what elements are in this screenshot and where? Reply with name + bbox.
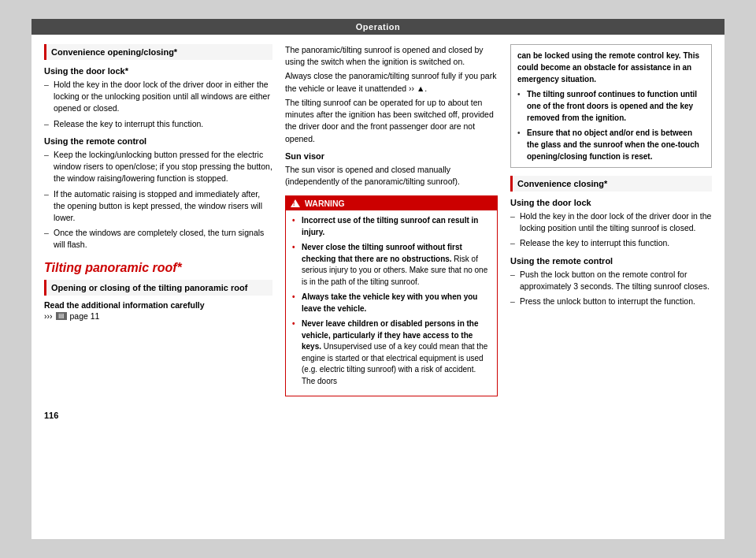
warning-text-4: Never leave children or disabled persons…: [302, 318, 491, 387]
warning-bold-3: Always take the vehicle key with you whe…: [302, 292, 477, 313]
page-number: 116: [32, 406, 724, 425]
right-remote-item-1: – Push the lock button on the remote con…: [510, 269, 712, 292]
right-door-lock-heading: Using the door lock: [510, 198, 712, 207]
right-remote-text-1: Push the lock button on the remote contr…: [520, 269, 712, 292]
opening-closing-box: Opening or closing of the tilting panora…: [44, 280, 272, 296]
ib-dot-1: •: [517, 88, 524, 124]
warning-bullet-3: • Always take the vehicle key with you w…: [292, 292, 491, 314]
para1: The panoramic/tilting sunroof is opened …: [285, 44, 498, 68]
info-bullet-text-1: The tilting sunroof continues to functio…: [527, 88, 705, 124]
right-remote-heading: Using the remote control: [510, 256, 712, 266]
right-remote-text-2: Press the unlock button to interrupt the…: [520, 296, 712, 307]
read-info-label: Read the additional information carefull…: [44, 300, 272, 310]
header-bar: Operation: [32, 19, 724, 35]
info-box: can be locked using the remote control k…: [510, 44, 712, 168]
warning-box: WARNING • Incorrect use of the tilting s…: [285, 195, 498, 396]
right-door-item-1: – Hold the key in the door lock of the d…: [510, 210, 712, 234]
dash-symbol: –: [44, 79, 54, 115]
bullet-dot-2: •: [292, 242, 298, 288]
warning-body: • Incorrect use of the tilting sunroof c…: [286, 210, 497, 396]
right-door-text-1: Hold the key in the door lock of the dri…: [520, 210, 712, 234]
warning-header: WARNING: [286, 196, 497, 210]
remote-text-1: Keep the locking/unlocking button presse…: [54, 149, 272, 185]
door-lock-item-2: – Release the key to interrupt this func…: [44, 118, 272, 130]
warning-text-1: Incorrect use of the tilting sunroof can…: [302, 215, 491, 238]
page-content: Convenience opening/closing* Using the d…: [32, 35, 724, 406]
warning-bullet-4: • Never leave children or disabled perso…: [292, 318, 491, 387]
para2: Always close the panoramic/tilting sunro…: [285, 70, 498, 94]
dash-r1: –: [44, 149, 54, 185]
book-icon: ▤: [56, 312, 67, 320]
warning-triangle-icon: [291, 199, 300, 207]
warning-bold-1: Incorrect use of the tilting sunroof can…: [302, 216, 478, 236]
info-bold-text: can be locked using the remote control k…: [517, 51, 699, 84]
rdash-2: –: [510, 237, 520, 249]
rdash-1: –: [510, 210, 520, 234]
dash-symbol-2: –: [44, 118, 54, 130]
remote-text-2: If the automatic raising is stopped and …: [54, 188, 272, 225]
convenience-opening-title: Convenience opening/closing*: [44, 44, 272, 60]
dash-r2: –: [44, 188, 54, 225]
tilting-roof-heading: Tilting panoramic roof*: [44, 261, 272, 275]
door-lock-heading: Using the door lock*: [44, 66, 272, 76]
warning-label: WARNING: [305, 199, 345, 208]
warning-rest-4: Unsupervised use of a key could mean tha…: [302, 342, 487, 385]
right-column: can be locked using the remote control k…: [510, 44, 712, 396]
warning-bold-2: Never close the tilting sunroof without …: [302, 243, 462, 263]
warning-text-2: Never close the tilting sunroof without …: [302, 242, 491, 288]
remote-text-3: Once the windows are completely closed, …: [54, 227, 272, 251]
remote-item-1: – Keep the locking/unlocking button pres…: [44, 149, 272, 185]
dash-r3: –: [44, 227, 54, 251]
warning-text-3: Always take the vehicle key with you whe…: [302, 292, 491, 314]
info-bullet-2: • Ensure that no object and/or end is be…: [517, 127, 705, 162]
manual-page: Operation Convenience opening/closing* U…: [32, 19, 724, 539]
right-door-text-2: Release the key to interrupt this functi…: [520, 237, 712, 249]
remote-item-3: – Once the windows are completely closed…: [44, 227, 272, 251]
ib-dot-2: •: [517, 127, 524, 162]
warning-bullet-1: • Incorrect use of the tilting sunroof c…: [292, 215, 491, 238]
page-ref-text: page 11: [70, 311, 100, 321]
info-bullet-text-2: Ensure that no object and/or end is betw…: [527, 127, 705, 162]
right-door-item-2: – Release the key to interrupt this func…: [510, 237, 712, 249]
middle-column: The panoramic/tilting sunroof is opened …: [285, 44, 498, 396]
header-title: Operation: [356, 22, 400, 32]
door-lock-text-2: Release the key to interrupt this functi…: [54, 118, 272, 130]
sun-visor-text: The sun visor is opened and closed manua…: [285, 164, 498, 188]
sun-visor-heading: Sun visor: [285, 151, 498, 161]
remote-item-2: – If the automatic raising is stopped an…: [44, 188, 272, 225]
door-lock-text-1: Hold the key in the door lock of the dri…: [54, 79, 272, 115]
right-remote-item-2: – Press the unlock button to interrupt t…: [510, 296, 712, 307]
door-lock-item-1: – Hold the key in the door lock of the d…: [44, 79, 272, 115]
bullet-dot-4: •: [292, 318, 298, 387]
rrdash-2: –: [510, 296, 520, 307]
bullet-dot-1: •: [292, 215, 298, 238]
convenience-closing-title: Convenience closing*: [510, 176, 712, 192]
remote-control-heading: Using the remote control: [44, 136, 272, 146]
info-bullet-bold-2: Ensure that no object and/or end is betw…: [527, 128, 699, 161]
page-ref: ››› ▤ page 11: [44, 311, 272, 321]
info-bullet-bold-1: The tilting sunroof continues to functio…: [527, 90, 697, 122]
info-bullet-1: • The tilting sunroof continues to funct…: [517, 88, 705, 124]
para3: The tilting sunroof can be operated for …: [285, 97, 498, 145]
left-column: Convenience opening/closing* Using the d…: [44, 44, 272, 396]
warning-bullet-2: • Never close the tilting sunroof withou…: [292, 242, 491, 288]
rrdash-1: –: [510, 269, 520, 292]
arrows-symbol: ›››: [44, 311, 53, 321]
bullet-dot-3: •: [292, 292, 298, 314]
